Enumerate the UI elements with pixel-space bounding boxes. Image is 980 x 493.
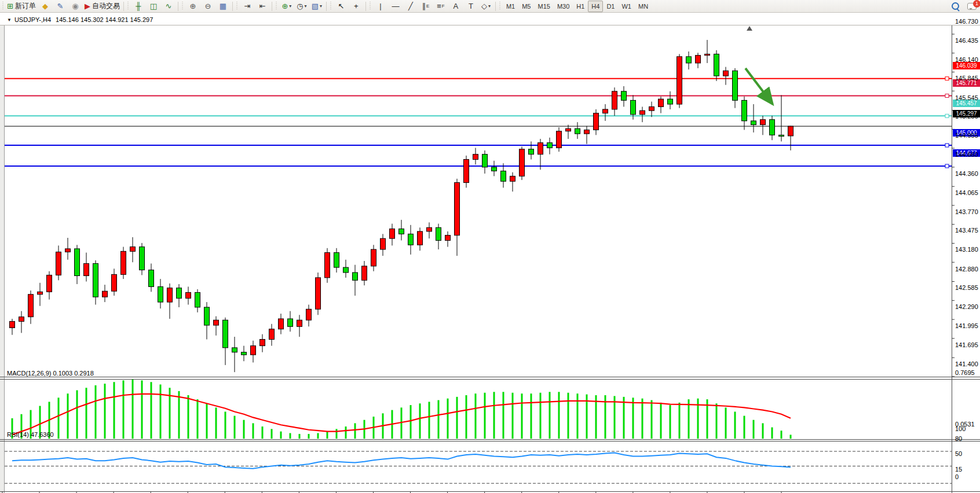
- candle-45: [427, 227, 432, 231]
- text-icon[interactable]: A: [448, 1, 463, 12]
- bar-chart-icon[interactable]: ╫: [131, 1, 146, 12]
- candle-75: [705, 54, 710, 55]
- candle-48: [455, 183, 460, 236]
- autotrading-glyph: ▶: [85, 2, 90, 10]
- candle-73: [686, 57, 692, 63]
- bar-chart-icon-glyph: ╫: [136, 2, 141, 10]
- candle-80: [751, 121, 756, 125]
- candlestick-chart-icon[interactable]: ◫: [146, 1, 161, 12]
- autotrading-button-label: 自动交易: [92, 1, 120, 11]
- timeframe-button-mn[interactable]: MN: [635, 1, 652, 12]
- chart-shift-icon[interactable]: ⇤: [255, 1, 270, 12]
- new-order-button[interactable]: ⊞新订单: [5, 1, 38, 12]
- chart-window[interactable]: ▼ USDJPY-,H4 145.146 145.302 144.921 145…: [0, 13, 980, 493]
- fibonacci-icon-glyph: ≡: [437, 2, 441, 10]
- fibonacci-icon[interactable]: ≡F: [433, 1, 448, 12]
- megaphone-icon[interactable]: ◆: [38, 1, 53, 12]
- shapes-icon[interactable]: ◇▾: [478, 1, 493, 12]
- support-line-144677-handle[interactable]: [945, 164, 949, 168]
- timeframe-button-m30[interactable]: M30: [554, 1, 573, 12]
- pivot-line-145457-handle[interactable]: [945, 114, 949, 117]
- candle-37: [353, 273, 358, 280]
- candle-65: [612, 91, 617, 109]
- templates-button[interactable]: ▧▾: [309, 1, 324, 12]
- vertical-line-icon[interactable]: |: [373, 1, 388, 12]
- candle-61: [575, 128, 580, 134]
- candle-16: [158, 286, 163, 302]
- cursor-icon-glyph: ↖: [338, 2, 344, 10]
- support-line-145000-handle[interactable]: [945, 144, 949, 147]
- ohlc-values: 145.146 145.302 144.921 145.297: [56, 16, 153, 23]
- timeframe-button-w1[interactable]: W1: [618, 1, 635, 12]
- autotrading-button[interactable]: ▶自动交易: [83, 1, 122, 12]
- candle-41: [390, 229, 395, 238]
- chat-icon[interactable]: 1: [967, 3, 977, 10]
- price-tick-142.585: 142.585: [955, 284, 978, 291]
- indicators-button-caret-icon[interactable]: ▾: [289, 3, 291, 9]
- macd-axis-max: 0.7695: [955, 369, 975, 376]
- timeframe-button-m5[interactable]: M5: [518, 1, 534, 12]
- trendline-icon[interactable]: ╱: [403, 1, 418, 12]
- timeframe-button-d1[interactable]: D1: [603, 1, 618, 12]
- resistance-line-146039-handle[interactable]: [945, 77, 949, 80]
- timeframe-button-h4[interactable]: H4: [588, 1, 603, 12]
- resistance-line-145771-handle[interactable]: [945, 94, 949, 97]
- candle-60: [566, 128, 571, 131]
- candle-63: [594, 113, 599, 130]
- shapes-icon-caret-icon[interactable]: ▾: [488, 3, 491, 9]
- candle-9: [93, 263, 98, 297]
- tile-windows-icon[interactable]: ▦: [215, 1, 231, 12]
- timeframe-button-h1[interactable]: H1: [573, 1, 588, 12]
- timeframe-button-m1[interactable]: M1: [503, 1, 518, 12]
- rsi-axis-100: 100: [955, 425, 966, 432]
- metaeditor-icon[interactable]: ✎: [53, 1, 68, 12]
- notification-badge: 1: [973, 0, 980, 8]
- text-label-icon-glyph: T: [469, 2, 473, 10]
- main-toolbar: ⊞新订单◆✎◉▶自动交易╫◫∿⊕⊖▦⇥⇤⊕▾◷▾▧▾↖+|—╱∥E≡FAT◇▾M…: [0, 0, 980, 13]
- candle-35: [334, 253, 339, 268]
- price-tick-143.180: 143.180: [955, 246, 978, 253]
- fibonacci-icon-letter: F: [442, 3, 445, 9]
- templates-button-caret-icon[interactable]: ▾: [320, 3, 322, 9]
- candle-33: [316, 278, 321, 309]
- horizontal-line-icon[interactable]: —: [388, 1, 403, 12]
- trendline-icon-glyph: ╱: [408, 2, 413, 10]
- timeframe-button-m15[interactable]: M15: [534, 1, 553, 12]
- crosshair-icon[interactable]: +: [349, 1, 364, 12]
- candle-76: [714, 54, 719, 76]
- line-chart-icon[interactable]: ∿: [161, 1, 176, 12]
- zoom-out-icon[interactable]: ⊖: [200, 1, 215, 12]
- collapse-triangle-icon[interactable]: ▼: [7, 17, 12, 23]
- chart-canvas[interactable]: [0, 13, 980, 493]
- search-icon[interactable]: [952, 2, 959, 10]
- candle-17: [167, 288, 173, 302]
- signals-icon[interactable]: ◉: [68, 1, 83, 12]
- candle-51: [482, 154, 488, 167]
- cursor-icon[interactable]: ↖: [334, 1, 349, 12]
- candle-11: [112, 274, 117, 291]
- candle-34: [325, 253, 330, 278]
- periods-button-caret-icon[interactable]: ▾: [305, 3, 307, 9]
- candle-4: [47, 275, 52, 292]
- text-label-icon[interactable]: T: [463, 1, 478, 12]
- price-tick-145.845: 145.845: [955, 75, 978, 82]
- macd-label: MACD(12,26,9) 0.1003 0.2918: [7, 370, 94, 377]
- equidistant-channel-icon[interactable]: ∥E: [418, 1, 433, 12]
- candle-54: [510, 176, 515, 181]
- rsi-axis-50: 50: [955, 450, 962, 457]
- periods-button[interactable]: ◷▾: [294, 1, 309, 12]
- auto-scroll-icon[interactable]: ⇥: [240, 1, 255, 12]
- candle-81: [760, 120, 766, 125]
- price-tick-146.140: 146.140: [955, 56, 978, 63]
- text-icon-glyph: A: [454, 2, 459, 10]
- equidistant-channel-icon-letter: E: [426, 3, 429, 9]
- candle-22: [214, 320, 219, 325]
- candle-46: [436, 227, 441, 240]
- rsi-axis-15: 15: [955, 466, 962, 473]
- indicators-button[interactable]: ⊕▾: [279, 1, 294, 12]
- candle-71: [668, 99, 673, 104]
- templates-glyph: ▧: [312, 2, 319, 10]
- zoom-in-icon[interactable]: ⊕: [185, 1, 200, 12]
- candle-56: [529, 149, 534, 154]
- candle-53: [501, 171, 506, 182]
